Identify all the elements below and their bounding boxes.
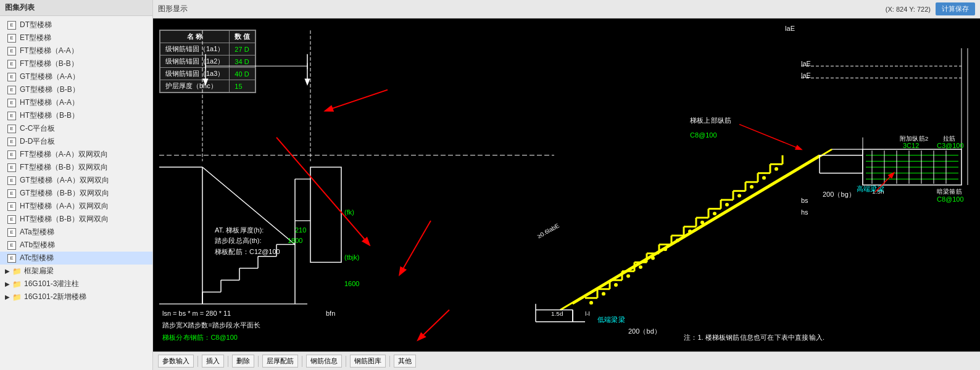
svg-text:3C12: 3C12 [903,142,919,149]
svg-point-88 [762,176,766,180]
svg-text:高端梁梁: 高端梁梁 [857,185,884,192]
toolbar-btn-钢筋信息[interactable]: 钢筋信息 [306,355,342,368]
sidebar-header: 图集列表 [0,0,152,16]
svg-text:200（bd）: 200（bd） [628,327,661,335]
svg-text:低端梁梁: 低端梁梁 [597,316,625,323]
svg-text:hs: hs [801,208,808,216]
content-area: 图集列表 EDT型楼梯EET型楼梯EFT型楼梯（A-A）EFT型楼梯（B-B）E… [0,0,980,370]
item-icon-7: E [7,112,16,120]
svg-text:注：1. 楼梯板钢筋信息也可在下表中直接输入.: 注：1. 楼梯板钢筋信息也可在下表中直接输入. [684,334,824,341]
sidebar-item-0[interactable]: EDT型楼梯 [0,18,152,31]
svg-text:踏步段总高(th):: 踏步段总高(th): [215,237,262,245]
toolbar-btn-层厚配筋[interactable]: 层厚配筋 [262,355,298,368]
svg-text:AT. 梯板厚度(h):: AT. 梯板厚度(h): [215,226,264,234]
svg-line-135 [739,125,801,150]
svg-point-79 [651,257,655,260]
svg-point-74 [589,301,593,305]
svg-text:C8@100: C8@100 [690,131,717,139]
svg-point-85 [725,203,729,207]
toolbar-btn-钢筋图库[interactable]: 钢筋图库 [350,355,386,368]
sidebar-item-14[interactable]: EHT型楼梯（A-A）双网双向 [0,200,152,213]
svg-text:附加纵筋2: 附加纵筋2 [900,135,928,142]
toolbar-separator-6 [389,356,390,367]
toolbar-separator-5 [346,356,346,367]
svg-text:bfn: bfn [326,310,335,317]
svg-text:(fk): (fk) [344,208,354,216]
svg-text:踏步宽X踏步数=踏步段水平面长: 踏步宽X踏步数=踏步段水平面长 [162,322,260,329]
coord-display: (X: 824 Y: 722) [886,6,931,13]
item-icon-3: E [7,60,16,68]
sidebar-group-2[interactable]: ▶📁16G101-2新增楼梯 [0,290,152,303]
sidebar-item-7[interactable]: EHT型楼梯（B-B） [0,109,152,122]
sidebar-group-0[interactable]: ▶📁框架扁梁 [0,265,152,278]
sidebar-item-11[interactable]: EFT型楼梯（B-B）双网双向 [0,161,152,174]
sidebar-item-15[interactable]: EHT型楼梯（B-B）双网双向 [0,213,152,226]
svg-line-129 [400,221,431,274]
calc-save-button[interactable]: 计算保存 [936,2,975,15]
toolbar-btn-其他[interactable]: 其他 [394,355,416,368]
sidebar-item-12[interactable]: EGT型楼梯（A-A）双网双向 [0,174,152,187]
sidebar: 图集列表 EDT型楼梯EET型楼梯EFT型楼梯（A-A）EFT型楼梯（B-B）E… [0,0,153,370]
svg-text:1800: 1800 [288,237,302,245]
sidebar-item-10[interactable]: EFT型楼梯（A-A）双网双向 [0,148,152,161]
item-icon-14: E [7,202,16,211]
svg-text:(tbjk): (tbjk) [344,253,359,261]
item-icon-8: E [7,125,16,133]
svg-text:1.5d: 1.5d [551,310,563,317]
item-icon-1: E [7,34,16,43]
right-panel: 图形显示 (X: 824 Y: 722) 计算保存 名 称 数 值 [153,0,980,370]
item-icon-6: E [7,99,16,107]
svg-text:C3@100: C3@100 [937,142,964,149]
sidebar-list: EDT型楼梯EET型楼梯EFT型楼梯（A-A）EFT型楼梯（B-B）EGT型楼梯… [0,16,152,370]
sidebar-item-16[interactable]: EATa型楼梯 [0,226,152,239]
svg-text:暗梁箍筋: 暗梁箍筋 [937,189,962,195]
item-icon-10: E [7,150,16,159]
svg-text:lsn = bs * m = 280 * 11: lsn = bs * m = 280 * 11 [162,310,231,317]
svg-text:l-l: l-l [585,310,590,317]
sidebar-item-2[interactable]: EFT型楼梯（A-A） [0,44,152,57]
main-container: 图集列表 EDT型楼梯EET型楼梯EFT型楼梯（A-A）EFT型楼梯（B-B）E… [0,0,980,370]
svg-point-76 [614,283,618,287]
svg-line-130 [418,310,449,340]
svg-text:200（bg）: 200（bg） [823,191,855,198]
svg-text:≥0.6labE: ≥0.6labE [536,222,560,240]
svg-point-87 [750,185,754,189]
svg-text:梯板上部纵筋: 梯板上部纵筋 [689,117,731,124]
item-icon-18: E [7,254,16,263]
sidebar-item-4[interactable]: EGT型楼梯（A-A） [0,70,152,83]
toolbar: 参数输入插入删除层厚配筋钢筋信息钢筋图库其他 [153,352,980,370]
svg-text:拉筋: 拉筋 [943,135,955,142]
diagram-header: 图形显示 (X: 824 Y: 722) 计算保存 [153,0,980,18]
toolbar-btn-删除[interactable]: 删除 [232,355,254,368]
svg-point-86 [737,194,741,197]
sidebar-item-18[interactable]: EATc型楼梯 [0,252,152,265]
svg-text:1600: 1600 [344,280,359,287]
sidebar-group-1[interactable]: ▶📁16G101-3灌注柱 [0,278,152,290]
staircase-svg: (fk) (tbjk) 1600 lsn = bs * m = 280 * 11… [153,18,980,352]
item-icon-13: E [7,189,16,198]
toolbar-separator-2 [228,356,228,367]
svg-point-89 [774,167,778,171]
toolbar-btn-插入[interactable]: 插入 [202,355,224,368]
svg-text:laE: laE [801,72,811,80]
svg-text:C8@100: C8@100 [937,195,964,203]
toolbar-btn-参数输入[interactable]: 参数输入 [158,355,194,368]
sidebar-item-13[interactable]: EGT型楼梯（B-B）双网双向 [0,187,152,200]
svg-point-82 [688,229,692,233]
sidebar-item-17[interactable]: EATb型楼梯 [0,239,152,252]
diagram-title: 图形显示 [158,4,188,14]
diagram-canvas: 名 称 数 值 级钢筋锚固（1a1）27 D级钢筋锚固（1a2）34 D级钢筋锚… [153,18,980,352]
sidebar-item-1[interactable]: EET型楼梯 [0,31,152,44]
item-icon-0: E [7,21,16,30]
sidebar-item-5[interactable]: EGT型楼梯（B-B） [0,83,152,96]
svg-point-75 [602,292,605,296]
sidebar-item-6[interactable]: EHT型楼梯（A-A） [0,96,152,109]
svg-text:bs: bs [801,197,808,204]
toolbar-separator-3 [258,356,259,367]
svg-point-77 [626,274,630,278]
sidebar-item-3[interactable]: EFT型楼梯（B-B） [0,57,152,70]
svg-text:210: 210 [295,226,306,234]
sidebar-item-9[interactable]: ED-D平台板 [0,135,152,148]
svg-text:梯板配筋：C12@100: 梯板配筋：C12@100 [214,248,280,255]
sidebar-item-8[interactable]: EC-C平台板 [0,122,152,135]
